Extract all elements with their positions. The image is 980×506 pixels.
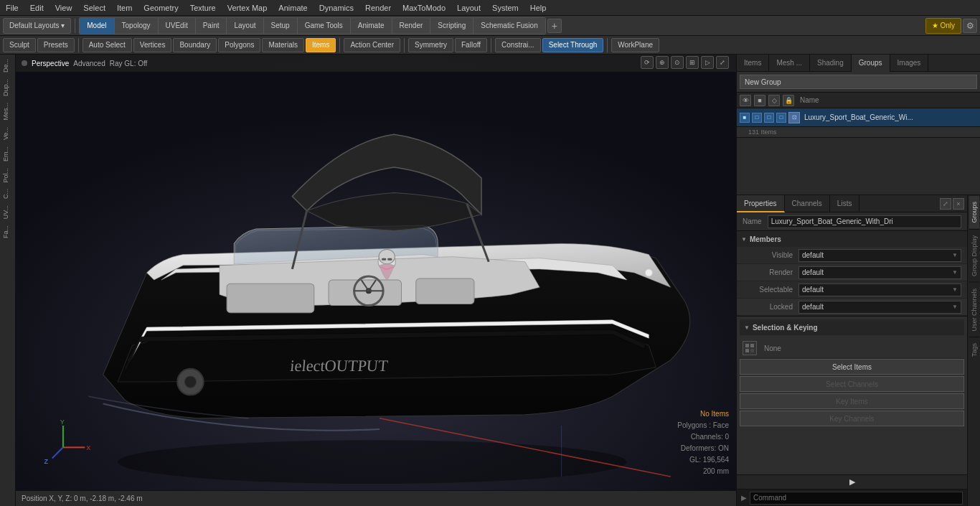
3d-viewport[interactable]: ielectOUTPUT <box>16 55 736 506</box>
sidebar-item-pol[interactable]: Pol... <box>1 165 14 186</box>
polygons-button[interactable]: Polygons <box>218 38 260 52</box>
prop-tab-lists[interactable]: Lists <box>830 195 860 212</box>
sidebar-item-fa[interactable]: Fa... <box>1 222 14 241</box>
tab-topology[interactable]: Topology <box>115 18 159 34</box>
vp-pan-icon[interactable]: ⊕ <box>656 56 669 69</box>
sel-keying-title: Selection & Keying <box>753 324 818 332</box>
new-group-button[interactable]: New Group <box>740 75 977 89</box>
select-channels-button[interactable]: Select Channels <box>740 376 964 392</box>
sidebar-item-dup[interactable]: Dup... <box>1 76 14 99</box>
side-tab-tags[interactable]: Tags <box>969 337 979 362</box>
viewport-raygl-label[interactable]: Ray GL: Off <box>110 60 148 67</box>
key-channels-button[interactable]: Key Channels <box>740 411 964 426</box>
group-render-icon[interactable]: ■ <box>754 95 765 106</box>
menu-help[interactable]: Help <box>524 2 552 14</box>
group-sel-icon[interactable]: ◇ <box>768 95 780 106</box>
tab-setup[interactable]: Setup <box>264 18 298 34</box>
menu-bar: File Edit View Select Item Geometry Text… <box>0 0 980 16</box>
prop-tab-channels[interactable]: Channels <box>785 195 830 212</box>
vp-fit-icon[interactable]: ⊞ <box>686 56 699 69</box>
sidebar-item-de[interactable]: De... <box>1 56 14 75</box>
viewport-advanced-label[interactable]: Advanced <box>73 60 105 67</box>
side-tab-group-display[interactable]: Group Display <box>969 229 979 282</box>
tab-paint[interactable]: Paint <box>196 18 227 34</box>
add-workspace-button[interactable]: + <box>547 19 562 33</box>
sidebar-item-em[interactable]: Em... <box>1 144 14 164</box>
tab-mesh[interactable]: Mesh ... <box>769 55 810 72</box>
vp-camera-icon[interactable]: ▷ <box>701 56 714 69</box>
tab-images[interactable]: Images <box>890 55 929 72</box>
menu-vertex-map[interactable]: Vertex Map <box>222 2 273 14</box>
key-items-button[interactable]: Key Items <box>740 393 964 409</box>
action-center-button[interactable]: Action Center <box>344 38 400 52</box>
viewport-view-label[interactable]: Perspective <box>32 60 69 67</box>
vp-zoom-icon[interactable]: ⊙ <box>671 56 684 69</box>
layouts-dropdown[interactable]: Default Layouts ▾ <box>3 18 71 34</box>
symmetry-button[interactable]: Symmetry <box>408 38 453 52</box>
tab-items[interactable]: Items <box>737 55 769 72</box>
auto-select-button[interactable]: Auto Select <box>83 38 132 52</box>
selectable-select[interactable]: default ▼ <box>798 284 961 296</box>
sidebar-item-c[interactable]: C... <box>1 186 14 202</box>
menu-file[interactable]: File <box>0 2 24 14</box>
group-eye-icon[interactable]: 👁 <box>740 95 751 106</box>
menu-texture[interactable]: Texture <box>184 2 222 14</box>
menu-select[interactable]: Select <box>77 2 111 14</box>
select-items-button[interactable]: Select Items <box>740 359 964 375</box>
prop-icon-1[interactable]: ⤢ <box>940 198 951 210</box>
prop-tab-properties[interactable]: Properties <box>737 195 785 212</box>
tab-uvedit[interactable]: UVEdit <box>159 18 196 34</box>
menu-dynamics[interactable]: Dynamics <box>314 2 359 14</box>
falloff-button[interactable]: Falloff <box>455 38 487 52</box>
select-through-button[interactable]: Select Through <box>542 38 604 52</box>
tab-schematic-fusion[interactable]: Schematic Fusion <box>473 18 545 34</box>
tab-layout[interactable]: Layout <box>227 18 263 34</box>
group-lock-icon[interactable]: 🔒 <box>783 95 794 106</box>
members-header[interactable]: ▼ Members <box>737 231 967 247</box>
tab-groups[interactable]: Groups <box>852 55 890 72</box>
group-item[interactable]: ■ □ □ □ ⊡ Luxury_Sport_Boat_Generic_Wi..… <box>737 108 980 127</box>
tab-scripting[interactable]: Scripting <box>430 18 473 34</box>
tab-model[interactable]: Model <box>80 18 114 34</box>
sidebar-item-uv[interactable]: UV... <box>1 202 14 222</box>
tab-render[interactable]: Render <box>392 18 431 34</box>
visible-select[interactable]: default ▼ <box>798 249 961 262</box>
materials-button[interactable]: Materials <box>262 38 304 52</box>
menu-maxtomodo[interactable]: MaxToModo <box>397 2 451 14</box>
locked-select[interactable]: default ▼ <box>798 301 961 314</box>
menu-render[interactable]: Render <box>359 2 397 14</box>
menu-view[interactable]: View <box>50 2 78 14</box>
menu-geometry[interactable]: Geometry <box>138 2 184 14</box>
side-tab-groups[interactable]: Groups <box>969 195 979 229</box>
svg-text:Z: Z <box>44 458 49 465</box>
sidebar-item-ve[interactable]: Ve... <box>1 124 14 143</box>
tab-game-tools[interactable]: Game Tools <box>298 18 351 34</box>
sel-keying-header[interactable]: ▼ Selection & Keying <box>740 319 964 335</box>
settings-button[interactable]: ⚙ <box>963 19 977 33</box>
sidebar-item-mes[interactable]: Mes... <box>1 100 14 123</box>
menu-layout[interactable]: Layout <box>451 2 486 14</box>
items-button[interactable]: Items <box>306 38 336 52</box>
prop-icon-2[interactable]: × <box>953 198 964 210</box>
menu-system[interactable]: System <box>486 2 524 14</box>
vp-expand-icon[interactable]: ⤢ <box>716 56 729 69</box>
svg-rect-31 <box>750 349 754 352</box>
render-select[interactable]: default ▼ <box>798 266 961 279</box>
boundary-button[interactable]: Boundary <box>173 38 217 52</box>
only-button[interactable]: ★ Only <box>925 18 961 34</box>
side-tab-user-channels[interactable]: User Channels <box>969 282 979 337</box>
menu-edit[interactable]: Edit <box>24 2 50 14</box>
tab-shading[interactable]: Shading <box>810 55 852 72</box>
tab-animate[interactable]: Animate <box>351 18 392 34</box>
workplane-button[interactable]: WorkPlane <box>611 38 659 52</box>
scroll-right-arrow[interactable]: ▶ <box>737 474 967 489</box>
constrain-button[interactable]: Constrai... <box>495 38 541 52</box>
vertices-button[interactable]: Vertices <box>133 38 172 52</box>
sculpt-button[interactable]: Sculpt <box>3 38 36 52</box>
presets-button[interactable]: Presets <box>37 38 75 52</box>
name-input[interactable] <box>768 215 961 228</box>
vp-orbit-icon[interactable]: ⟳ <box>641 56 654 69</box>
menu-item[interactable]: Item <box>111 2 138 14</box>
command-input[interactable] <box>750 492 963 505</box>
menu-animate[interactable]: Animate <box>273 2 313 14</box>
